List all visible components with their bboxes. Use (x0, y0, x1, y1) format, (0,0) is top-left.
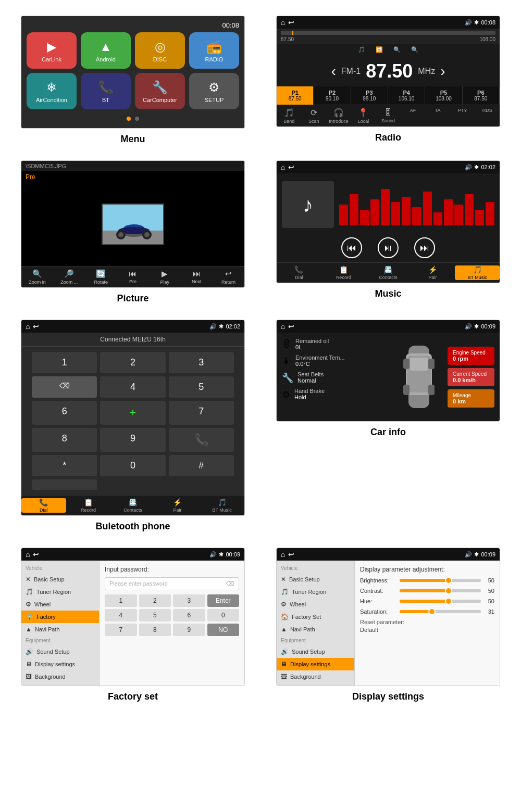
display-menu-tuner[interactable]: 🎵 Tuner Region (277, 586, 354, 598)
preset-1[interactable]: P1 87.50 (277, 86, 314, 105)
menu-aircondition[interactable]: ❄ AirCondition (27, 73, 77, 109)
music-btn-record[interactable]: 📋 Record (321, 265, 366, 280)
dial-key-star[interactable]: * (32, 455, 97, 476)
music-next-button[interactable]: ⏭ (414, 237, 435, 258)
factory-key-3[interactable]: 3 (173, 594, 205, 607)
factory-menu-factory[interactable]: 🔒 Factory (21, 611, 99, 623)
factory-key-1[interactable]: 1 (105, 594, 137, 607)
factory-key-enter[interactable]: Enter (207, 594, 240, 607)
factory-key-no[interactable]: NO (207, 624, 240, 636)
dial-key-3[interactable]: 3 (169, 352, 234, 373)
radio-btn-band[interactable]: 🎵 Band (277, 108, 302, 124)
pic-btn-play[interactable]: ▶ Play (149, 269, 181, 285)
dial-key-backspace[interactable]: ⌫ (32, 376, 97, 398)
music-prev-button[interactable]: ⏮ (341, 237, 362, 258)
pic-btn-next[interactable]: ⏭ Next (181, 269, 213, 285)
brightness-slider[interactable] (400, 579, 481, 582)
pic-btn-zoomin[interactable]: 🔍 Zoom in (21, 269, 53, 285)
dial-key-2[interactable]: 2 (100, 352, 165, 373)
bt-home-icon[interactable]: ⌂ (26, 322, 30, 331)
factory-back-icon[interactable]: ↩ (33, 550, 39, 559)
radio-btn-pty[interactable]: PTY (450, 108, 475, 124)
menu-disc[interactable]: ◎ DISC (135, 32, 185, 69)
dial-key-7[interactable]: 7 (169, 401, 234, 425)
preset-4[interactable]: P4 106.10 (388, 86, 425, 105)
music-back-icon[interactable]: ↩ (288, 163, 294, 171)
dial-key-8[interactable]: 8 (32, 428, 97, 452)
dial-key-plus[interactable]: + (100, 401, 165, 425)
factory-home-icon[interactable]: ⌂ (26, 550, 30, 559)
radio-btn-scan[interactable]: ⟳ Scan (302, 108, 327, 124)
music-home-icon[interactable]: ⌂ (281, 163, 285, 171)
factory-menu-sound[interactable]: 🔊 Sound Setup (21, 645, 99, 658)
back-icon[interactable]: ↩ (288, 18, 294, 27)
preset-3[interactable]: P3 98.10 (351, 86, 388, 105)
bt-back-icon[interactable]: ↩ (33, 322, 39, 331)
music-btn-dial[interactable]: 📞 Dial (277, 265, 321, 280)
factory-menu-display[interactable]: 🖥 Display settings (21, 658, 99, 670)
factory-key-7[interactable]: 7 (105, 624, 137, 636)
bt-nav-btmusic[interactable]: 🎵 BT Music (200, 498, 244, 513)
menu-carcomputer[interactable]: 🔧 CarComputer (135, 73, 185, 109)
menu-radio[interactable]: 📻 RADIO (189, 32, 239, 69)
factory-menu-tuner[interactable]: 🎵 Tuner Region (21, 586, 99, 598)
home-icon[interactable]: ⌂ (281, 18, 285, 27)
menu-bt[interactable]: 📞 BT (81, 73, 131, 109)
factory-key-4[interactable]: 4 (105, 609, 137, 621)
display-menu-navi[interactable]: ▲ Navi Path (277, 623, 354, 636)
dial-key-6[interactable]: 6 (32, 401, 97, 425)
display-menu-bg[interactable]: 🖼 Background (277, 670, 354, 683)
bt-nav-contacts[interactable]: 📇 Contacts (110, 498, 155, 513)
pic-btn-rotate[interactable]: 🔄 Rotate (85, 269, 117, 285)
preset-6[interactable]: P6 87.50 (463, 86, 500, 105)
dial-key-9[interactable]: 9 (100, 428, 165, 452)
dial-key-1[interactable]: 1 (32, 352, 97, 373)
factory-key-5[interactable]: 5 (139, 609, 171, 621)
factory-key-8[interactable]: 8 (139, 624, 171, 636)
dial-key-call[interactable]: 📞 (169, 428, 234, 452)
carinfo-home-icon[interactable]: ⌂ (281, 322, 285, 331)
radio-btn-introduce[interactable]: 🎧 Introduce (326, 108, 351, 124)
display-menu-basicsetup[interactable]: ✕ Basic Setup (277, 573, 354, 586)
music-btn-pair[interactable]: ⚡ Pair (411, 265, 455, 280)
dial-key-5[interactable]: 5 (169, 376, 234, 398)
preset-5[interactable]: P5 108.00 (425, 86, 462, 105)
menu-setup[interactable]: ⚙ SETUP (189, 73, 239, 109)
factory-pw-backspace[interactable]: ⌫ (226, 580, 234, 587)
bt-nav-dial[interactable]: 📞 Dial (21, 498, 66, 513)
contrast-slider[interactable] (400, 589, 481, 592)
display-menu-sound[interactable]: 🔊 Sound Setup (277, 645, 354, 658)
music-btn-btmusic[interactable]: 🎵 BT Music (455, 265, 500, 280)
factory-menu-wheel[interactable]: ⚙ Wheel (21, 598, 99, 611)
pic-btn-return[interactable]: ↩ Return (213, 269, 244, 285)
menu-android[interactable]: ▲ Android (81, 32, 131, 69)
pic-btn-zoomout[interactable]: 🔎 Zoom ... (53, 269, 85, 285)
radio-btn-rds[interactable]: RDS (475, 108, 500, 124)
menu-carlink[interactable]: ▶ CarLink (27, 32, 77, 69)
display-home-icon[interactable]: ⌂ (281, 550, 285, 559)
display-menu-wheel[interactable]: ⚙ Wheel (277, 598, 354, 611)
factory-key-6[interactable]: 6 (173, 609, 205, 621)
display-menu-factory[interactable]: 🏠 Factory Set (277, 611, 354, 623)
preset-2[interactable]: P2 90.10 (314, 86, 351, 105)
display-menu-display[interactable]: 🖥 Display settings (277, 658, 354, 670)
dial-key-0[interactable]: 0 (100, 455, 165, 476)
hue-slider[interactable] (400, 600, 481, 603)
music-btn-contacts[interactable]: 📇 Contacts (366, 265, 411, 280)
dial-key-hash[interactable]: # (169, 455, 234, 476)
radio-btn-sound[interactable]: 🎛 Sound (376, 108, 401, 124)
next-freq-button[interactable]: › (440, 63, 445, 80)
factory-key-2[interactable]: 2 (139, 594, 171, 607)
factory-pw-box[interactable]: Please enter password ⌫ (105, 577, 239, 590)
pic-btn-pre[interactable]: ⏮ Pre (117, 269, 148, 285)
radio-btn-af[interactable]: AF (401, 108, 426, 124)
saturation-slider[interactable] (400, 610, 481, 613)
factory-key-9[interactable]: 9 (173, 624, 205, 636)
prev-freq-button[interactable]: ‹ (331, 63, 336, 80)
carinfo-back-icon[interactable]: ↩ (288, 322, 294, 331)
bt-nav-pair[interactable]: ⚡ Pair (155, 498, 200, 513)
factory-key-0[interactable]: 0 (207, 609, 240, 621)
default-button[interactable]: Default (360, 627, 494, 633)
radio-btn-ta[interactable]: TA (425, 108, 450, 124)
radio-btn-local[interactable]: 📍 Local (351, 108, 376, 124)
